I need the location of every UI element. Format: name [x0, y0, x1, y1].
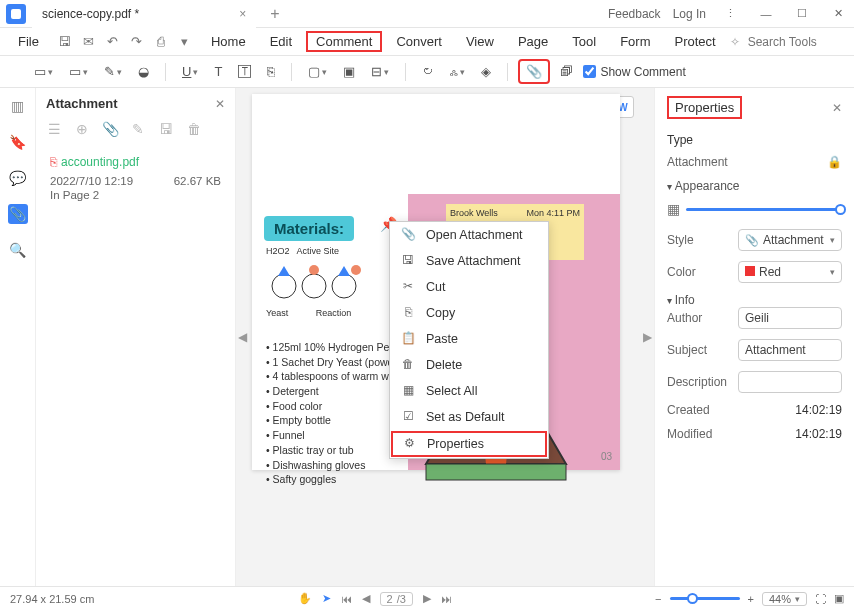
text-tool[interactable]: T	[208, 61, 228, 82]
comment-list-tool[interactable]: 🗊	[554, 61, 579, 82]
style-select[interactable]: 📎Attachment▾	[738, 229, 842, 251]
info-section[interactable]: Info	[667, 293, 842, 307]
ctx-save-attachment[interactable]: 🖫Save Attachment	[390, 248, 548, 274]
prev-page-icon[interactable]: ◀	[362, 592, 370, 605]
zoom-slider[interactable]	[670, 597, 740, 600]
menu-convert[interactable]: Convert	[386, 31, 452, 52]
eraser-tool[interactable]: ◒	[132, 61, 155, 82]
panel-delete-icon[interactable]: 🗑	[186, 121, 202, 137]
note-tool[interactable]: ▭▾	[28, 61, 59, 82]
type-value: Attachment	[667, 155, 728, 169]
description-label: Description	[667, 375, 727, 389]
page-next-arrow[interactable]: ▶	[643, 330, 652, 344]
rail-attachments-icon[interactable]: 📎	[8, 204, 28, 224]
underline-tool[interactable]: U▾	[176, 61, 204, 82]
show-comment-checkbox[interactable]	[583, 65, 596, 78]
menu-view[interactable]: View	[456, 31, 504, 52]
zoom-in-icon[interactable]: +	[748, 593, 754, 605]
close-window-icon[interactable]: ✕	[826, 7, 850, 20]
menu-edit[interactable]: Edit	[260, 31, 302, 52]
panel-add-icon[interactable]: ⊕	[74, 121, 90, 137]
opacity-slider[interactable]: ▦	[667, 201, 842, 217]
rail-comments-icon[interactable]: 💬	[8, 168, 28, 188]
rail-search-icon[interactable]: 🔍	[8, 240, 28, 260]
stamp-approve-tool[interactable]: ౿	[416, 61, 440, 82]
textbox-tool[interactable]: 🅃	[232, 61, 257, 82]
fit-width-icon[interactable]: ⛶	[815, 593, 826, 605]
attachment-tool[interactable]: 📎	[518, 59, 550, 84]
attachment-file-item[interactable]: accounting.pdf 2022/7/10 12:19 62.67 KB …	[46, 149, 225, 207]
close-panel-icon[interactable]: ✕	[215, 97, 225, 111]
signature-tool[interactable]: ஃ▾	[444, 61, 471, 83]
fit-page-icon[interactable]: ▣	[834, 592, 844, 605]
zoom-display[interactable]: 44%▾	[762, 592, 807, 606]
description-input[interactable]	[738, 371, 842, 393]
created-value: 14:02:19	[795, 403, 842, 417]
svg-rect-9	[426, 464, 566, 480]
mail-icon[interactable]: ✉	[81, 34, 97, 50]
subject-input[interactable]	[738, 339, 842, 361]
menu-file[interactable]: File	[8, 31, 49, 52]
menu-comment[interactable]: Comment	[306, 31, 382, 52]
show-comment-toggle[interactable]: Show Comment	[583, 65, 685, 79]
feedback-link[interactable]: Feedback	[608, 7, 661, 21]
zoom-out-icon[interactable]: −	[655, 593, 661, 605]
ctx-paste[interactable]: 📋Paste	[390, 326, 548, 352]
properties-close-icon[interactable]: ✕	[832, 101, 842, 115]
next-page-icon[interactable]: ▶	[423, 592, 431, 605]
ctx-copy-label: Copy	[426, 306, 455, 320]
close-tab-icon[interactable]: ×	[239, 7, 246, 21]
tab-title: science-copy.pdf *	[42, 7, 139, 21]
undo-icon[interactable]: ↶	[105, 34, 121, 50]
search-tools-input[interactable]	[748, 35, 848, 49]
panel-list-icon[interactable]: ☰	[46, 121, 62, 137]
select-tool-icon[interactable]: ➤	[322, 592, 331, 605]
callout-tool[interactable]: ⎘	[261, 61, 281, 82]
page-prev-arrow[interactable]: ◀	[238, 330, 247, 344]
highlight-tool[interactable]: ▭▾	[63, 61, 94, 82]
measure-tool[interactable]: ⊟▾	[365, 61, 395, 82]
ctx-delete[interactable]: 🗑Delete	[390, 352, 548, 378]
menu-page[interactable]: Page	[508, 31, 558, 52]
menu-form[interactable]: Form	[610, 31, 660, 52]
molecule-diagram	[266, 256, 376, 306]
menu-tool[interactable]: Tool	[562, 31, 606, 52]
author-input[interactable]	[738, 307, 842, 329]
panel-link-icon[interactable]: 📎	[102, 121, 118, 137]
maximize-icon[interactable]: ☐	[790, 7, 814, 20]
page-indicator[interactable]: 2/3	[380, 592, 413, 606]
author-label: Author	[667, 311, 702, 325]
pencil-tool[interactable]: ✎▾	[98, 61, 128, 82]
shape-tool[interactable]: ▢▾	[302, 61, 333, 82]
color-select[interactable]: Red▾	[738, 261, 842, 283]
rail-thumbnails-icon[interactable]: ▥	[8, 96, 28, 116]
panel-edit-icon[interactable]: ✎	[130, 121, 146, 137]
minimize-icon[interactable]: —	[754, 8, 778, 20]
stamp-tool[interactable]: ▣	[337, 61, 361, 82]
ctx-copy[interactable]: ⎘Copy	[390, 300, 548, 326]
print-icon[interactable]: ⎙	[153, 34, 169, 50]
document-tab[interactable]: science-copy.pdf * ×	[32, 0, 256, 28]
chevron-down-icon[interactable]: ▾	[177, 34, 193, 50]
compare-tool[interactable]: ◈	[475, 61, 497, 82]
menu-protect[interactable]: Protect	[664, 31, 725, 52]
menu-home[interactable]: Home	[201, 31, 256, 52]
ctx-cut[interactable]: ✂Cut	[390, 274, 548, 300]
ctx-select-all[interactable]: ▦Select All	[390, 378, 548, 404]
save-icon[interactable]: 🖫	[57, 34, 73, 50]
ctx-set-default[interactable]: ☑Set as Default	[390, 404, 548, 430]
rail-bookmarks-icon[interactable]: 🔖	[8, 132, 28, 152]
lock-icon[interactable]: 🔒	[827, 155, 842, 169]
ctx-properties[interactable]: ⚙Properties	[391, 431, 547, 457]
login-link[interactable]: Log In	[673, 7, 706, 21]
panel-save-icon[interactable]: 🖫	[158, 121, 174, 137]
ctx-open-attachment[interactable]: 📎Open Attachment	[390, 222, 548, 248]
last-page-icon[interactable]: ⏭	[441, 593, 452, 605]
appearance-section[interactable]: Appearance	[667, 179, 842, 193]
redo-icon[interactable]: ↷	[129, 34, 145, 50]
kebab-menu-icon[interactable]: ⋮	[718, 7, 742, 20]
new-tab-button[interactable]: +	[264, 5, 285, 23]
hand-tool-icon[interactable]: ✋	[298, 592, 312, 605]
first-page-icon[interactable]: ⏮	[341, 593, 352, 605]
chem-h2o2: H2O2	[266, 246, 290, 256]
